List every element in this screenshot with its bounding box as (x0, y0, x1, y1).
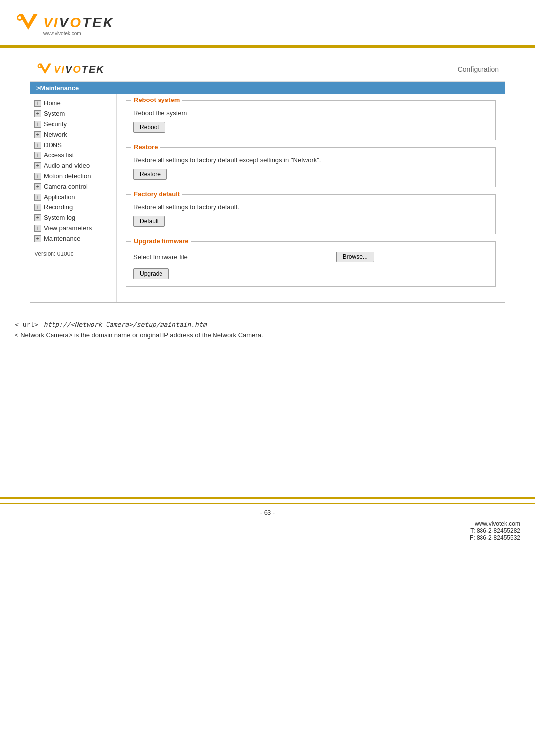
reboot-description: Reboot the system (133, 109, 488, 117)
main-area: VIVOTEK Configuration >Maintenance + Hom… (0, 48, 535, 312)
sidebar-item-motion[interactable]: + Motion detection (30, 171, 116, 181)
url-value: http://<Network Camera>/setup/maintain.h… (44, 321, 207, 328)
firmware-file-input[interactable] (193, 252, 331, 262)
plus-icon: + (34, 162, 41, 169)
sidebar-item-access-list[interactable]: + Access list (30, 150, 116, 160)
sidebar-item-application[interactable]: + Application (30, 192, 116, 202)
restore-section: Restore Restore all settings to factory … (126, 147, 496, 187)
default-button[interactable]: Default (133, 216, 165, 227)
restore-description: Restore all settings to factory default … (133, 156, 488, 164)
upgrade-button[interactable]: Upgrade (133, 268, 169, 279)
url-label: < url> (15, 321, 38, 328)
sidebar-label-security: Security (44, 120, 67, 128)
restore-section-content: Restore all settings to factory default … (126, 148, 495, 187)
reboot-section: Reboot system Reboot the system Reboot (126, 100, 496, 140)
sidebar-item-ddns[interactable]: + DDNS (30, 140, 116, 150)
footer-contact: www.vivotek.com T: 886-2-82455282 F: 886… (470, 520, 520, 541)
firmware-section-title: Upgrade firmware (131, 237, 191, 245)
panel-logo-text: VIVOTEK (54, 64, 105, 75)
sidebar-label-home: Home (44, 100, 61, 107)
top-logo: VIVOTEK www.vivotek.com (15, 9, 520, 36)
reboot-section-title: Reboot system (131, 96, 182, 103)
inner-panel: VIVOTEK Configuration >Maintenance + Hom… (30, 57, 505, 303)
plus-icon: + (34, 142, 41, 149)
plus-icon: + (34, 235, 41, 242)
svg-point-5 (39, 65, 41, 67)
plus-icon: + (34, 100, 41, 107)
footer-divider-thick (0, 497, 535, 499)
sidebar-item-network[interactable]: + Network (30, 129, 116, 140)
sidebar-item-syslog[interactable]: + System log (30, 212, 116, 223)
restore-section-title: Restore (131, 143, 160, 151)
breadcrumb-bar: >Maintenance (30, 82, 505, 94)
restore-button[interactable]: Restore (133, 169, 167, 180)
top-logo-text: VIVOTEK www.vivotek.com (43, 15, 114, 36)
breadcrumb-text: >Maintenance (36, 84, 79, 92)
plus-icon: + (34, 204, 41, 211)
sidebar-version: Version: 0100c (30, 244, 116, 259)
browse-button[interactable]: Browse... (336, 252, 374, 262)
sidebar-item-camera[interactable]: + Camera control (30, 181, 116, 192)
plus-icon: + (34, 121, 41, 128)
firmware-label: Select firmware file (133, 253, 188, 261)
reboot-button[interactable]: Reboot (133, 122, 165, 133)
footer-website: www.vivotek.com (470, 520, 520, 527)
sidebar-item-audio-video[interactable]: + Audio and video (30, 160, 116, 171)
factory-default-content: Restore all settings to factory default.… (126, 195, 495, 234)
top-logo-bar: VIVOTEK www.vivotek.com (0, 0, 535, 41)
plus-icon: + (34, 194, 41, 201)
sidebar-label-viewparams: View parameters (44, 224, 92, 232)
sidebar-item-system[interactable]: + System (30, 108, 116, 119)
sidebar-label-maintenance: Maintenance (44, 235, 80, 242)
plus-icon: + (34, 131, 41, 138)
top-logo-url: www.vivotek.com (43, 31, 114, 36)
sidebar-label-network: Network (44, 131, 67, 138)
factory-default-section: Factory default Restore all settings to … (126, 194, 496, 234)
content-area: Reboot system Reboot the system Reboot R… (117, 94, 505, 302)
plus-icon: + (34, 183, 41, 190)
svg-point-2 (18, 16, 21, 19)
sidebar-label-application: Application (44, 193, 75, 201)
factory-default-description: Restore all settings to factory default. (133, 203, 488, 211)
sidebar-label-motion: Motion detection (44, 172, 91, 180)
sidebar-item-recording[interactable]: + Recording (30, 202, 116, 212)
panel-header: VIVOTEK Configuration (30, 57, 505, 82)
plus-icon: + (34, 214, 41, 221)
sidebar-item-security[interactable]: + Security (30, 119, 116, 129)
firmware-row: Select firmware file Browse... (133, 252, 488, 262)
sidebar: + Home + System + Security + Network + (30, 94, 117, 302)
plus-icon: + (34, 173, 41, 180)
note-line: < Network Camera> is the domain name or … (15, 331, 520, 339)
sidebar-label-access-list: Access list (44, 151, 74, 159)
footer-area: - 63 - www.vivotek.com T: 886-2-82455282… (0, 504, 535, 546)
sidebar-label-syslog: System log (44, 214, 75, 221)
reboot-section-content: Reboot the system Reboot (126, 101, 495, 140)
factory-default-title: Factory default (131, 190, 182, 198)
panel-body: + Home + System + Security + Network + (30, 94, 505, 302)
plus-icon: + (34, 152, 41, 159)
firmware-section: Upgrade firmware Select firmware file Br… (126, 241, 496, 287)
panel-logo-icon (36, 60, 54, 78)
sidebar-item-maintenance[interactable]: + Maintenance (30, 233, 116, 244)
sidebar-label-audio-video: Audio and video (44, 162, 90, 169)
footer-phone: T: 886-2-82455282 (470, 527, 520, 534)
bottom-text-area: < url> http://<Network Camera>/setup/mai… (0, 312, 535, 339)
panel-logo: VIVOTEK (36, 60, 105, 78)
plus-icon: + (34, 110, 41, 117)
firmware-section-content: Select firmware file Browse... Upgrade (126, 242, 495, 286)
config-label: Configuration (458, 65, 499, 73)
sidebar-label-camera: Camera control (44, 183, 88, 190)
footer-fax: F: 886-2-82455532 (470, 534, 520, 541)
sidebar-item-home[interactable]: + Home (30, 98, 116, 108)
vivotek-logo-icon (15, 9, 42, 36)
sidebar-label-recording: Recording (44, 203, 73, 211)
sidebar-label-ddns: DDNS (44, 141, 62, 149)
sidebar-label-system: System (44, 110, 65, 117)
plus-icon: + (34, 225, 41, 232)
url-line: < url> http://<Network Camera>/setup/mai… (15, 321, 520, 328)
footer-page-number: - 63 - (260, 509, 275, 516)
sidebar-item-viewparams[interactable]: + View parameters (30, 223, 116, 233)
